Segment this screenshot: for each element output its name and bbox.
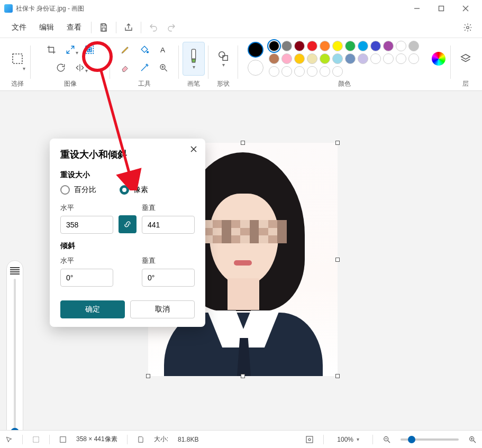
brushes-button[interactable]: ▾ (183, 42, 205, 76)
color-swatch[interactable] (320, 41, 330, 51)
resize-handle[interactable] (335, 141, 340, 145)
cancel-button[interactable]: 取消 (130, 300, 195, 318)
brush-size-slider[interactable] (6, 260, 23, 430)
color-swatch[interactable] (345, 41, 356, 51)
ribbon: ▾ 选择 ▾ ▾ 图像 A 工具 ▾ (0, 38, 482, 91)
svg-line-31 (474, 441, 476, 443)
shapes-button[interactable]: ▾ (212, 42, 234, 76)
resize-vertical-input[interactable] (142, 216, 195, 234)
skew-horizontal-input[interactable] (60, 269, 113, 287)
color-swatch[interactable] (345, 53, 356, 64)
redo-icon[interactable] (162, 19, 180, 36)
settings-icon[interactable] (459, 19, 477, 36)
zoom-level-select[interactable]: 100%▾ (333, 434, 363, 445)
crop-tool[interactable] (42, 42, 60, 58)
pencil-tool[interactable] (116, 42, 134, 58)
aspect-lock-button[interactable] (119, 215, 137, 233)
color-swatch[interactable] (320, 53, 330, 64)
color-swatch[interactable] (294, 41, 305, 51)
color-swatch[interactable] (269, 41, 279, 51)
color-picker-button[interactable] (432, 52, 445, 66)
primary-color-swatch[interactable] (248, 42, 263, 58)
color-swatch[interactable] (294, 53, 305, 64)
eyedropper-tool[interactable] (135, 60, 153, 76)
color-swatch[interactable] (332, 53, 343, 64)
status-size-value: 81.8KB (178, 436, 198, 443)
resize-handle[interactable] (146, 374, 150, 378)
menu-edit[interactable]: 编辑 (33, 20, 60, 35)
svg-rect-4 (102, 24, 105, 26)
svg-point-18 (219, 51, 225, 57)
svg-rect-17 (192, 49, 195, 59)
resize-handle[interactable] (335, 374, 340, 378)
color-swatch[interactable] (332, 41, 343, 51)
resize-canvas-tool[interactable] (80, 42, 98, 58)
resize-handle[interactable] (241, 374, 245, 378)
color-swatch[interactable] (383, 41, 394, 51)
color-swatch[interactable] (307, 41, 317, 51)
color-swatch[interactable] (294, 66, 305, 77)
fit-screen-icon[interactable] (305, 435, 314, 444)
resize-section-title: 重设大小 (60, 170, 195, 180)
color-swatch[interactable] (281, 41, 292, 51)
color-swatch[interactable] (383, 53, 394, 64)
menu-view[interactable]: 查看 (60, 20, 88, 35)
color-swatch[interactable] (396, 53, 406, 64)
color-swatch[interactable] (358, 41, 368, 51)
color-swatch[interactable] (332, 66, 343, 77)
resize-horizontal-input[interactable] (60, 216, 113, 234)
filesize-icon (137, 436, 144, 443)
zoom-in-button[interactable] (468, 435, 477, 444)
color-swatch[interactable] (269, 53, 279, 64)
radio-percent[interactable]: 百分比 (60, 185, 96, 195)
magnifier-tool[interactable] (154, 60, 172, 76)
group-label-image: 图像 (64, 77, 77, 90)
menu-bar: 文件 编辑 查看 (0, 17, 482, 38)
color-swatch[interactable] (269, 66, 279, 77)
label-horizontal: 水平 (60, 203, 113, 213)
color-swatch[interactable] (370, 53, 381, 64)
color-swatch[interactable] (320, 66, 330, 77)
radio-pixels[interactable]: 像素 (120, 185, 148, 195)
select-tool[interactable]: ▾ (8, 44, 26, 74)
color-swatch[interactable] (370, 41, 381, 51)
resize-skew-dialog: 重设大小和倾斜 重设大小 百分比 像素 水平 垂直 倾斜 水平 垂直 确定 取消 (50, 139, 205, 327)
dialog-close-button[interactable] (187, 143, 200, 156)
title-bar: 社保卡 身份证.jpg - 画图 (0, 0, 482, 17)
color-swatch[interactable] (396, 41, 406, 51)
close-button[interactable] (453, 0, 478, 17)
fill-tool[interactable] (135, 42, 153, 58)
zoom-slider[interactable] (401, 438, 459, 441)
radio-pixels-label: 像素 (133, 185, 148, 195)
flip-tool[interactable]: ▾ (71, 60, 89, 76)
label-skew-v: 垂直 (142, 256, 195, 266)
color-swatch[interactable] (408, 53, 419, 64)
skew-vertical-input[interactable] (142, 269, 195, 287)
color-swatch[interactable] (307, 53, 317, 64)
text-tool[interactable]: A (154, 42, 172, 58)
resize-handle[interactable] (335, 258, 340, 262)
color-swatch[interactable] (307, 66, 317, 77)
color-swatch[interactable] (408, 41, 419, 51)
maximize-button[interactable] (429, 0, 453, 17)
share-icon[interactable] (120, 19, 138, 36)
color-swatch[interactable] (281, 66, 292, 77)
ok-button[interactable]: 确定 (60, 300, 125, 318)
undo-icon[interactable] (144, 19, 162, 36)
group-label-layers: 层 (462, 77, 469, 90)
eraser-tool[interactable] (116, 60, 134, 76)
color-swatch[interactable] (358, 53, 368, 64)
save-icon[interactable] (95, 19, 113, 36)
label-vertical: 垂直 (142, 203, 195, 213)
color-swatch[interactable] (281, 53, 292, 64)
zoom-out-button[interactable] (383, 435, 391, 444)
window-title: 社保卡 身份证.jpg - 画图 (16, 4, 405, 13)
menu-file[interactable]: 文件 (5, 20, 33, 35)
svg-line-14 (165, 69, 167, 71)
resize-handle[interactable] (241, 141, 245, 145)
resize-tool[interactable]: ▾ (61, 42, 79, 58)
secondary-color-swatch[interactable] (248, 60, 263, 76)
layers-button[interactable] (454, 42, 477, 76)
rotate-tool[interactable] (52, 60, 70, 76)
minimize-button[interactable] (405, 0, 429, 17)
